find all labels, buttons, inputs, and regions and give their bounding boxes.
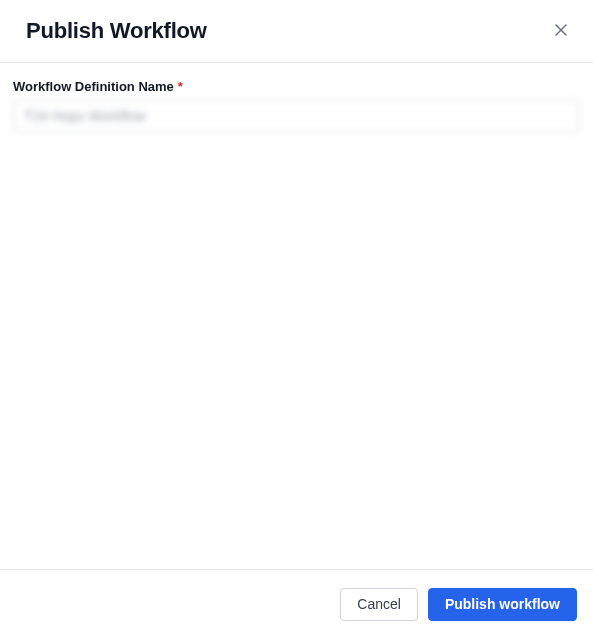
workflow-name-input[interactable] bbox=[13, 100, 580, 132]
publish-button[interactable]: Publish workflow bbox=[428, 588, 577, 621]
close-button[interactable] bbox=[549, 19, 573, 43]
field-label-row: Workflow Definition Name * bbox=[13, 79, 580, 94]
modal-title: Publish Workflow bbox=[26, 18, 207, 44]
close-icon bbox=[554, 23, 568, 40]
modal-header: Publish Workflow bbox=[0, 0, 593, 63]
modal-body: Workflow Definition Name * bbox=[0, 63, 593, 569]
workflow-name-label: Workflow Definition Name bbox=[13, 79, 174, 94]
cancel-button[interactable]: Cancel bbox=[340, 588, 418, 621]
required-asterisk: * bbox=[178, 79, 183, 94]
modal-footer: Cancel Publish workflow bbox=[0, 569, 593, 639]
